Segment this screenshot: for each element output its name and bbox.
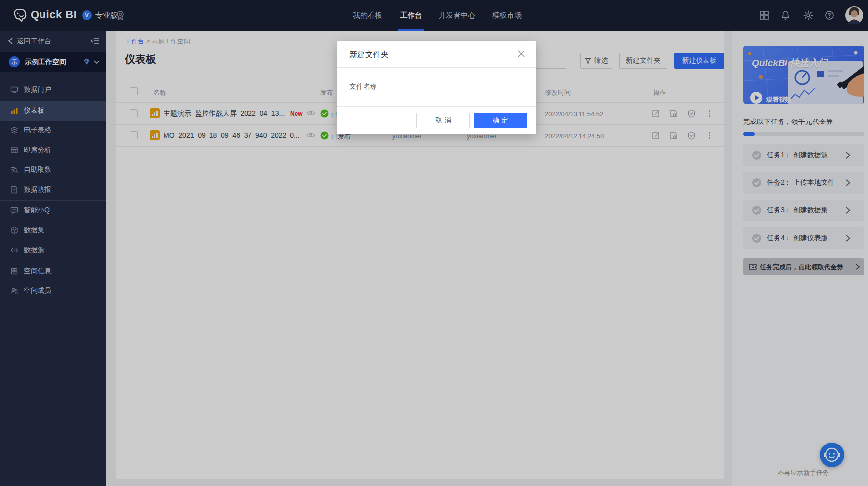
- confirm-button[interactable]: 确 定: [474, 113, 527, 128]
- folder-name-input[interactable]: [388, 79, 521, 94]
- new-folder-dialog: 新建文件夹 文件名称 取 消 确 定: [337, 41, 536, 134]
- dialog-footer-divider: [337, 106, 536, 107]
- cancel-label: 取 消: [435, 116, 451, 125]
- dialog-title: 新建文件夹: [349, 50, 389, 60]
- folder-name-label: 文件名称: [349, 82, 377, 91]
- cancel-button[interactable]: 取 消: [416, 113, 470, 128]
- close-icon[interactable]: [517, 50, 525, 58]
- dialog-header-divider: [337, 67, 536, 68]
- confirm-label: 确 定: [493, 116, 508, 125]
- quickbi-app: Quick BI V 专业版 我的看板 工作台 开发者中心 模板市场: [0, 0, 868, 486]
